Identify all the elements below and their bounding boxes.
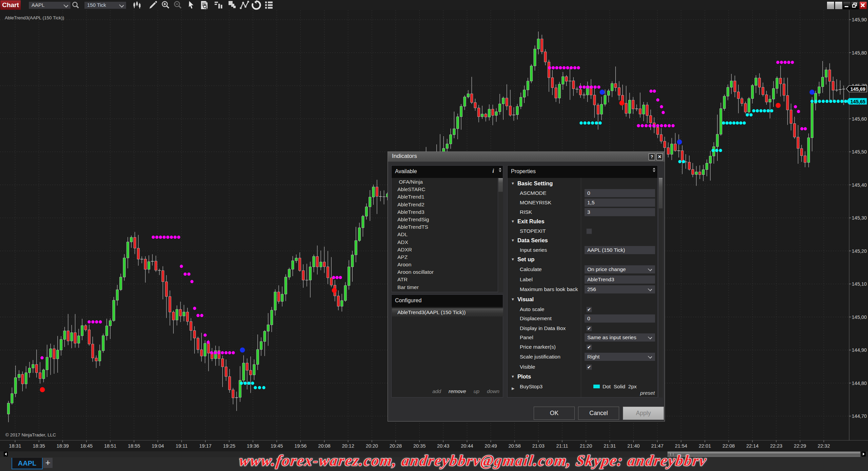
svg-text:144,70: 144,70 [852, 413, 867, 419]
svg-text:20:44: 20:44 [461, 443, 473, 449]
svg-text:145,90: 145,90 [852, 17, 867, 22]
svg-text:145,40: 145,40 [852, 182, 867, 188]
svg-text:18:51: 18:51 [104, 443, 116, 449]
svg-text:18:45: 18:45 [80, 443, 93, 449]
svg-text:145,00: 145,00 [852, 314, 867, 320]
svg-text:21:31: 21:31 [604, 443, 616, 449]
svg-text:18:39: 18:39 [57, 443, 69, 449]
svg-text:21:11: 21:11 [556, 443, 568, 449]
svg-text:22:29: 22:29 [794, 443, 806, 449]
svg-text:21:40: 21:40 [627, 443, 639, 449]
svg-text:20:20: 20:20 [366, 443, 378, 449]
svg-text:145,10: 145,10 [852, 281, 867, 287]
svg-text:19:45: 19:45 [271, 443, 283, 449]
svg-text:19:04: 19:04 [152, 443, 164, 449]
svg-text:20:28: 20:28 [390, 443, 402, 449]
svg-text:145,69: 145,69 [850, 86, 865, 92]
svg-text:22:14: 22:14 [746, 443, 758, 449]
svg-text:21:54: 21:54 [675, 443, 687, 449]
svg-text:20:12: 20:12 [342, 443, 354, 449]
svg-text:22:23: 22:23 [770, 443, 782, 449]
svg-text:19:36: 19:36 [247, 443, 259, 449]
svg-text:20:49: 20:49 [485, 443, 497, 449]
svg-text:21:47: 21:47 [651, 443, 663, 449]
svg-text:145,80: 145,80 [852, 50, 867, 56]
svg-text:20:35: 20:35 [413, 443, 426, 449]
svg-text:144,80: 144,80 [852, 381, 867, 386]
svg-text:144,90: 144,90 [852, 347, 867, 353]
svg-text:18:35: 18:35 [33, 443, 45, 449]
svg-text:21:03: 21:03 [532, 443, 545, 449]
svg-text:145,30: 145,30 [852, 215, 867, 221]
svg-text:19:11: 19:11 [176, 443, 188, 449]
svg-text:20:58: 20:58 [509, 443, 521, 449]
svg-text:145,65: 145,65 [850, 99, 865, 104]
svg-text:19:17: 19:17 [199, 443, 212, 449]
svg-text:18:55: 18:55 [128, 443, 140, 449]
svg-text:145,60: 145,60 [852, 116, 867, 122]
svg-text:19:56: 19:56 [294, 443, 307, 449]
svg-text:© 2017 NinjaTrader, LLC: © 2017 NinjaTrader, LLC [5, 432, 56, 437]
svg-text:145,50: 145,50 [852, 149, 867, 155]
svg-text:20:08: 20:08 [318, 443, 330, 449]
svg-text:18:31: 18:31 [9, 443, 21, 449]
svg-text:22:08: 22:08 [723, 443, 735, 449]
svg-text:AbleTrend3(AAPL (150 Tick)): AbleTrend3(AAPL (150 Tick)) [5, 15, 64, 20]
svg-text:22:01: 22:01 [699, 443, 711, 449]
svg-text:145,20: 145,20 [852, 248, 867, 254]
svg-text:19:25: 19:25 [223, 443, 235, 449]
svg-text:22:32: 22:32 [817, 443, 830, 449]
svg-text:20:43: 20:43 [437, 443, 449, 449]
svg-text:21:20: 21:20 [580, 443, 592, 449]
